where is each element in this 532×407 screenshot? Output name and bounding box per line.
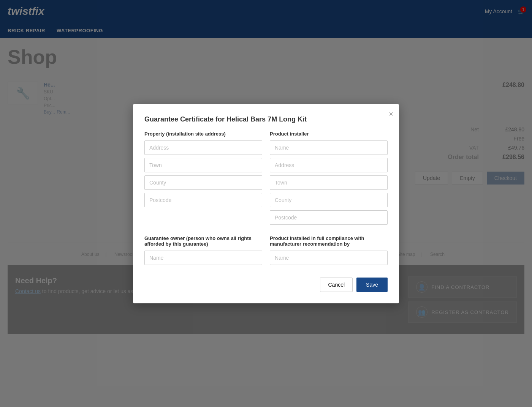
compliance-name-input[interactable] [270, 251, 388, 265]
installer-county-input[interactable] [270, 193, 388, 207]
modal-form-grid: Property (installation site address) Pro… [144, 131, 388, 228]
guarantee-owner-label: Guarantee owner (person who owns all rig… [144, 235, 262, 247]
guarantee-owner-input[interactable] [144, 251, 262, 265]
modal-close-button[interactable]: × [389, 110, 393, 118]
property-address-input[interactable] [144, 140, 262, 155]
property-county-input[interactable] [144, 175, 262, 190]
installer-name-input[interactable] [270, 140, 388, 155]
compliance-label: Product installed in full compliance wit… [270, 235, 388, 247]
cancel-button[interactable]: Cancel [320, 278, 353, 292]
installer-town-input[interactable] [270, 175, 388, 190]
installer-address-input[interactable] [270, 158, 388, 172]
property-postcode-input[interactable] [144, 193, 262, 207]
property-section: Property (installation site address) [144, 131, 262, 228]
compliance-section: Product installed in full compliance wit… [270, 235, 388, 268]
save-button[interactable]: Save [356, 278, 388, 292]
installer-section: Product installer [270, 131, 388, 228]
modal-overlay[interactable]: Guarantee Certificate for Helical Bars 7… [0, 0, 532, 407]
installer-postcode-input[interactable] [270, 210, 388, 225]
modal-actions: Cancel Save [144, 278, 388, 292]
property-town-input[interactable] [144, 158, 262, 172]
guarantee-owner-section: Guarantee owner (person who owns all rig… [144, 235, 262, 268]
guarantee-modal: Guarantee Certificate for Helical Bars 7… [133, 104, 399, 303]
modal-title: Guarantee Certificate for Helical Bars 7… [144, 115, 388, 123]
modal-bottom-grid: Guarantee owner (person who owns all rig… [144, 235, 388, 268]
property-section-label: Property (installation site address) [144, 131, 262, 137]
installer-section-label: Product installer [270, 131, 388, 137]
